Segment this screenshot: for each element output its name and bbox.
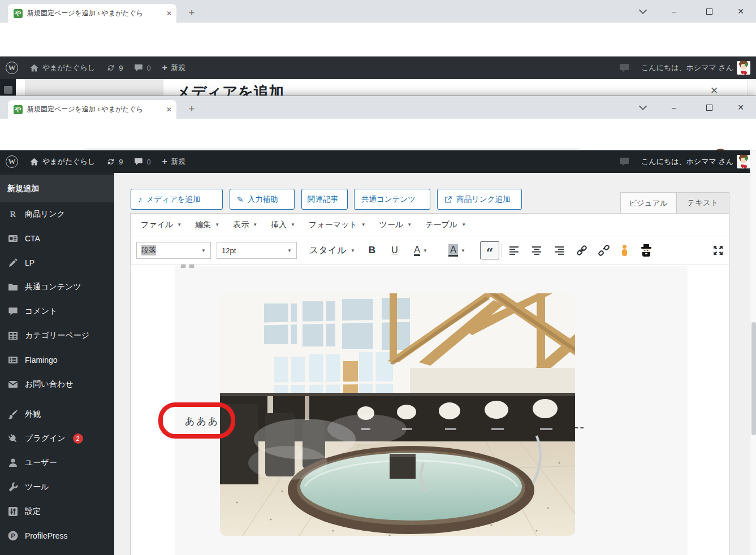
font-size-select[interactable]: 12pt▼ <box>217 242 297 259</box>
site-home-link[interactable]: やまがたぐらし <box>24 57 101 79</box>
bathhouse-image[interactable] <box>220 293 575 536</box>
unlink-button[interactable] <box>594 241 614 259</box>
tab-search-chevron-icon[interactable] <box>634 99 651 115</box>
new-tab-button[interactable]: + <box>184 102 199 116</box>
svg-text:P: P <box>11 532 15 539</box>
product-link-add-button[interactable]: 商品リンク追加 <box>437 189 522 210</box>
new-tab-button[interactable]: + <box>184 6 199 20</box>
modal-close-icon[interactable]: ✕ <box>710 85 718 97</box>
tab-close-icon[interactable]: ✕ <box>166 106 172 114</box>
tab-visual[interactable]: ビジュアル <box>620 192 676 214</box>
sidebar-item-category-page[interactable]: カテゴリーページ <box>0 323 114 348</box>
scrollbar-thumb[interactable] <box>751 322 756 435</box>
home-icon <box>29 63 39 73</box>
user-icon <box>7 457 19 469</box>
chevron-down-icon: ▼ <box>287 248 292 253</box>
r-icon: R <box>7 209 19 220</box>
quote-glyph: “ <box>178 265 200 294</box>
related-posts-button[interactable]: 関連記事 <box>301 189 348 210</box>
resize-dots[interactable] <box>575 427 584 428</box>
close-button[interactable]: ✕ <box>732 3 749 19</box>
tab-text[interactable]: テキスト <box>676 192 729 214</box>
updates-item[interactable]: 9 <box>101 57 128 79</box>
modal-side-panel <box>25 79 163 98</box>
back-page-scrollbar[interactable] <box>748 79 756 98</box>
sidebar-item-add-new[interactable]: 新規追加 <box>0 175 114 202</box>
notification-bubble-icon <box>613 150 636 173</box>
site-name: やまがたぐらし <box>42 63 95 73</box>
admin-sidebar: 新規追加 R 商品リンク CTA LP 共通コンテンツ コメント カテゴリーペー… <box>0 173 114 555</box>
block-format-select[interactable]: 段落▼ <box>136 242 211 259</box>
site-favicon: や <box>14 9 23 18</box>
comments-item[interactable]: 0 <box>128 150 156 173</box>
sidebar-item-profilepress[interactable]: P ProfilePress <box>0 523 114 548</box>
comments-item[interactable]: 0 <box>128 57 156 79</box>
new-content-item[interactable]: + 新規 <box>157 150 191 173</box>
folder-icon <box>7 281 19 293</box>
back-browser-tab[interactable]: や 新規固定ページを追加 ‹ やまがたぐら ✕ <box>8 4 176 23</box>
wp-admin-bar: W やまがたぐらし 9 0 + 新規 こんにちは、ホシママ さん <box>0 150 756 173</box>
notification-bubble-icon <box>613 57 636 79</box>
menu-file[interactable]: ファイル▼ <box>134 214 188 236</box>
sidebar-item-appearance[interactable]: 外観 <box>0 402 114 426</box>
sidebar-item-plugins[interactable]: プラグイン 2 <box>0 426 114 450</box>
svg-text:R: R <box>10 210 16 219</box>
orange-i-icon-button[interactable] <box>617 241 632 259</box>
sidebar-item-lp[interactable]: LP <box>0 250 114 275</box>
new-content-item[interactable]: + 新規 <box>157 57 191 79</box>
menu-insert[interactable]: 挿入▼ <box>264 214 302 236</box>
wp-editor: ファイル▼ 編集▼ 表示▼ 挿入▼ フォーマット▼ ツール▼ テーブル▼ 段落▼… <box>130 213 729 555</box>
maximize-button[interactable] <box>701 3 718 19</box>
updates-count: 9 <box>119 64 123 72</box>
sidebar-item-cta[interactable]: CTA <box>0 226 114 250</box>
tab-close-icon[interactable]: ✕ <box>166 10 172 18</box>
fullscreen-button[interactable] <box>709 241 728 259</box>
highlight-color-button[interactable]: A▼ <box>443 241 471 259</box>
styles-dropdown[interactable]: スタイル▼ <box>305 242 360 259</box>
sidebar-item-product-link[interactable]: R 商品リンク <box>0 202 114 226</box>
align-left-button[interactable] <box>504 241 524 259</box>
blockquote-button[interactable]: “ <box>480 241 499 259</box>
menu-table[interactable]: テーブル▼ <box>418 214 473 236</box>
align-center-button[interactable] <box>527 241 546 259</box>
sidebar-item-settings[interactable]: 設定 <box>0 499 114 523</box>
sidebar-item-shared-content[interactable]: 共通コンテンツ <box>0 275 114 299</box>
bold-button[interactable]: B <box>362 241 382 259</box>
align-right-button[interactable] <box>550 241 569 259</box>
underline-button[interactable]: U <box>385 241 404 259</box>
updates-item[interactable]: 9 <box>101 150 128 173</box>
chevron-down-icon: ▼ <box>351 248 355 253</box>
page-scrollbar[interactable] <box>750 150 756 555</box>
menu-tools[interactable]: ツール▼ <box>373 214 419 236</box>
sidebar-item-tools[interactable]: ツール <box>0 475 114 499</box>
back-wp-admin-bar: W やまがたぐらし 9 0 + 新規 こんにちは、ホシママ さん <box>0 57 756 79</box>
browser-tab[interactable]: や 新規固定ページを追加 ‹ やまがたぐら ✕ <box>8 100 176 119</box>
chevron-down-icon: ▼ <box>423 248 427 253</box>
maximize-button[interactable] <box>701 99 718 115</box>
minimize-button[interactable]: – <box>666 3 682 19</box>
link-button[interactable] <box>572 241 591 259</box>
sidebar-item-users[interactable]: ユーザー <box>0 450 114 475</box>
text-color-button[interactable]: A▼ <box>408 241 434 259</box>
minimize-button[interactable]: – <box>666 99 682 115</box>
menu-format[interactable]: フォーマット▼ <box>302 214 373 236</box>
close-button[interactable]: ✕ <box>732 99 749 115</box>
menu-view[interactable]: 表示▼ <box>226 214 264 236</box>
hat-man-icon-button[interactable] <box>636 241 656 259</box>
tab-search-chevron-icon[interactable] <box>634 3 651 19</box>
add-media-button[interactable]: ♪ メディアを追加 <box>131 189 223 210</box>
shared-content-button[interactable]: 共通コンテンツ <box>354 189 430 210</box>
sidebar-item-flamingo[interactable]: Flamingo <box>0 348 114 372</box>
chevron-down-icon: ▼ <box>177 222 182 227</box>
wordpress-logo-icon[interactable]: W <box>0 150 24 173</box>
howdy-item[interactable]: こんにちは、ホシママ さん <box>636 57 756 79</box>
updates-icon <box>106 157 115 166</box>
editor-content[interactable]: “ <box>131 265 729 555</box>
menu-edit[interactable]: 編集▼ <box>188 214 226 236</box>
sidebar-item-contact[interactable]: お問い合わせ <box>0 372 114 396</box>
input-assist-button[interactable]: ✎ 入力補助 <box>230 189 295 210</box>
site-home-link[interactable]: やまがたぐらし <box>24 150 101 173</box>
wordpress-logo-icon[interactable]: W <box>0 57 24 79</box>
howdy-item[interactable]: こんにちは、ホシママ さん <box>636 150 756 173</box>
sidebar-item-comments[interactable]: コメント <box>0 299 114 323</box>
